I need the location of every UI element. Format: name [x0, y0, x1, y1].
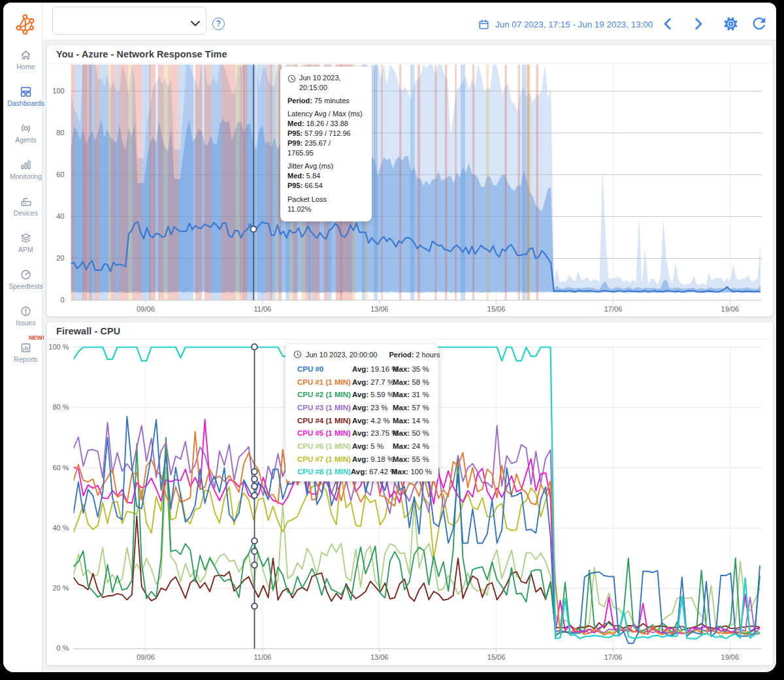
svg-text:11/06: 11/06	[254, 305, 272, 313]
svg-text:80: 80	[56, 129, 64, 137]
svg-text:60: 60	[56, 170, 64, 178]
svg-text:13/06: 13/06	[370, 305, 389, 313]
svg-text:09/06: 09/06	[137, 305, 155, 313]
svg-text:100: 100	[52, 87, 64, 95]
svg-text:40 %: 40 %	[52, 524, 69, 532]
svg-text:20: 20	[56, 254, 64, 262]
svg-text:0 %: 0 %	[57, 644, 69, 652]
svg-text:60 %: 60 %	[52, 464, 69, 472]
svg-text:15/06: 15/06	[487, 653, 506, 661]
svg-text:20 %: 20 %	[52, 584, 69, 592]
svg-text:80 %: 80 %	[52, 403, 69, 411]
svg-text:17/06: 17/06	[604, 653, 623, 661]
svg-text:40: 40	[56, 212, 64, 220]
svg-text:0: 0	[60, 296, 64, 304]
svg-text:09/06: 09/06	[137, 653, 155, 661]
svg-text:11/06: 11/06	[254, 653, 272, 661]
svg-text:19/06: 19/06	[721, 305, 740, 313]
svg-text:19/06: 19/06	[721, 653, 740, 661]
svg-text:13/06: 13/06	[370, 653, 389, 661]
svg-text:15/06: 15/06	[487, 305, 506, 313]
svg-text:100 %: 100 %	[48, 343, 69, 351]
svg-text:17/06: 17/06	[604, 305, 623, 313]
